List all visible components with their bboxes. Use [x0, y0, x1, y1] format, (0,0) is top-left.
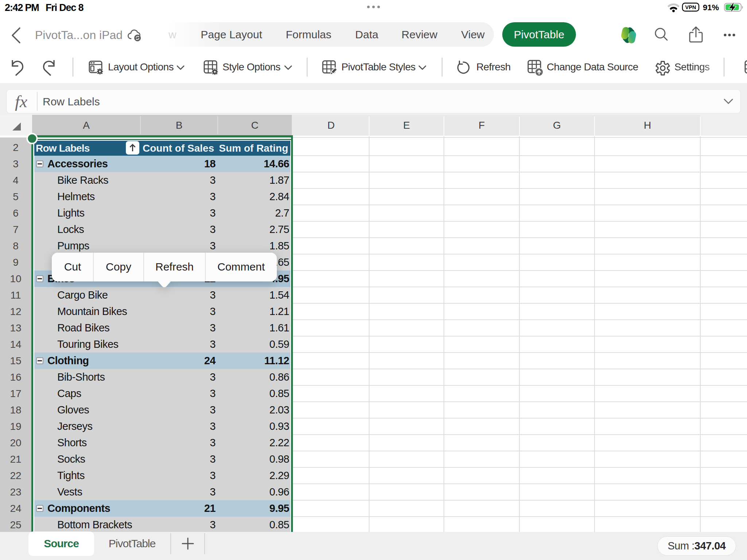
- svg-text:91%: 91%: [703, 3, 719, 12]
- svg-text:VPN: VPN: [685, 4, 696, 10]
